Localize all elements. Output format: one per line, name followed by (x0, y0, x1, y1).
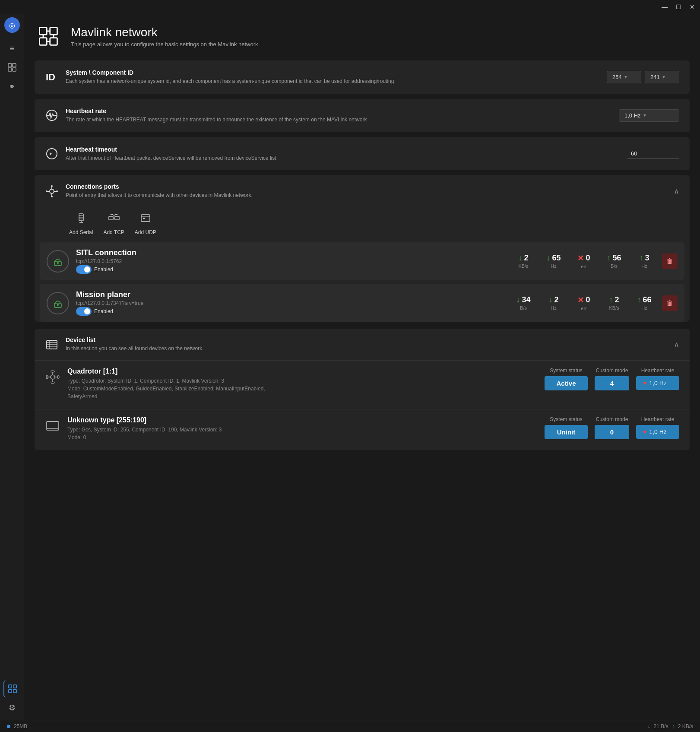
svg-rect-7 (13, 690, 16, 693)
unknown-device-info: Unknown type [255:190] Type: Gcs, System… (67, 416, 538, 441)
arrow-down-icon: ↓ (518, 254, 522, 263)
svg-rect-0 (8, 63, 12, 67)
quadrotor-system-status-label: System status (550, 368, 582, 374)
sitl-stat-2: ✕ 0 err (573, 254, 595, 269)
mp-stat-1-unit: Hz (551, 305, 556, 311)
mission-planer-url: tcp://127.0.0.1:7347?srv=true (76, 300, 506, 306)
sitl-stat-2-unit: err (581, 264, 586, 269)
system-id-icon: ID (45, 70, 59, 84)
sitl-stat-1: ↓ 65 Hz (543, 254, 564, 269)
system-component-control: 254 ▾ 241 ▾ (607, 71, 679, 83)
svg-rect-5 (13, 685, 16, 688)
connections-header-left: Connections ports Point of entry that al… (45, 183, 253, 199)
svg-rect-37 (141, 215, 150, 222)
heartbeat-rate-row: Heartbeat rate The rate at which the HEA… (45, 108, 679, 124)
connections-card: Connections ports Point of entry that al… (35, 175, 690, 322)
mission-planer-icon (47, 292, 69, 314)
connections-title: Connections ports (66, 183, 253, 190)
add-tcp-button[interactable]: Add TCP (103, 212, 124, 235)
sitl-stat-0-unit: KB/s (518, 263, 528, 269)
system-component-title: System \ Component ID (66, 69, 600, 76)
svg-rect-34 (109, 216, 113, 220)
svg-rect-35 (115, 216, 119, 220)
sidebar-item-settings[interactable]: ⚙ (3, 699, 21, 716)
svg-rect-3 (13, 68, 16, 71)
mp-stat-4-unit: Hz (641, 305, 647, 311)
quadrotor-name: Quadrotor [1:1] (67, 368, 538, 375)
unknown-device-item: Unknown type [255:190] Type: Gcs, System… (35, 409, 690, 450)
add-udp-button[interactable]: Add UDP (135, 212, 156, 235)
svg-point-27 (56, 190, 58, 192)
unknown-device-name: Unknown type [255:190] (67, 416, 538, 424)
status-bar: 25MB ↓ 21 B/s ↑ 2 KB/s (0, 720, 700, 732)
heart-icon: ♥ (643, 428, 646, 435)
heartbeat-timeout-input[interactable] (627, 149, 679, 159)
connections-collapse-icon[interactable]: ∧ (674, 187, 679, 196)
sitl-stat-0-val: ↓ 2 (518, 254, 528, 263)
svg-rect-10 (40, 38, 47, 45)
svg-point-25 (51, 196, 53, 197)
sidebar-item-menu[interactable]: ≡ (3, 40, 21, 57)
sitl-stat-2-val: ✕ 0 (577, 254, 590, 263)
close-button[interactable]: ✕ (688, 3, 697, 11)
page-title: Mavlink network (71, 25, 258, 39)
sidebar-bottom: ⚙ (3, 680, 21, 716)
unknown-heartbeat-badge: ♥ 1,0 Hz (636, 425, 679, 439)
sitl-stat-0: ↓ 2 KB/s (513, 254, 534, 269)
sitl-stats: ↓ 2 KB/s ↓ 65 Hz ✕ (513, 254, 655, 269)
status-bar-left: 25MB (7, 723, 27, 729)
system-component-card: ID System \ Component ID Each system has… (35, 60, 690, 94)
unknown-heartbeat-label: Heartbeat rate (641, 416, 675, 422)
sidebar-item-users[interactable]: ⚭ (3, 78, 21, 95)
sitl-enabled-label: Enabled (94, 266, 113, 273)
device-list-collapse-icon[interactable]: ∧ (674, 340, 679, 349)
sidebar-item-network[interactable] (3, 680, 21, 697)
svg-rect-58 (47, 421, 59, 430)
app-layout: ◎ ≡ ⚭ ⚙ (0, 14, 700, 720)
heartbeat-rate-icon (45, 108, 59, 122)
svg-rect-1 (13, 63, 16, 67)
heart-icon: ♥ (643, 380, 646, 387)
component-id-dropdown[interactable]: 241 ▾ (645, 71, 679, 83)
mp-stat-0: ↓ 34 B/s (513, 295, 534, 311)
svg-point-56 (46, 375, 48, 379)
heartbeat-rate-title: Heartbeat rate (66, 108, 612, 114)
add-udp-icon (139, 212, 152, 227)
sitl-delete-button[interactable]: 🗑 (662, 254, 678, 269)
svg-point-24 (51, 185, 53, 187)
sitl-toggle[interactable] (76, 265, 92, 274)
add-tcp-label: Add TCP (103, 229, 124, 235)
mission-planer-toggle[interactable] (76, 307, 92, 316)
sitl-stat-1-unit: Hz (551, 263, 556, 269)
mission-planer-delete-button[interactable]: 🗑 (662, 295, 678, 311)
unknown-heartbeat: Heartbeat rate ♥ 1,0 Hz (636, 416, 679, 439)
heartbeat-rate-dropdown[interactable]: 1,0 Hz ▾ (619, 109, 679, 122)
sitl-stat-4: ↑ 3 Hz (633, 254, 655, 269)
sitl-connection-item: SITL connection tcp://127.0.0.1:5762 Ena… (40, 242, 684, 280)
add-tcp-icon (108, 212, 120, 227)
unknown-custom-mode-badge: 0 (595, 425, 629, 439)
mission-planer-enabled: Enabled (76, 307, 506, 316)
unknown-device-meta: Type: Gcs, System ID: 255, Component ID:… (67, 426, 538, 441)
svg-rect-6 (8, 690, 11, 693)
arrow-down-icon: ↓ (516, 295, 520, 304)
heartbeat-rate-desc: The rate at which the HEARTBEAT message … (66, 116, 612, 124)
mp-stat-2-val: ✕ 0 (577, 295, 590, 305)
connections-info: Connections ports Point of entry that al… (66, 183, 253, 199)
svg-point-41 (57, 262, 59, 264)
page-subtitle: This page allows you to configure the ba… (71, 41, 258, 48)
device-list-desc: In this section you can see all found de… (66, 345, 202, 352)
device-list-card: Device list In this section you can see … (35, 329, 690, 450)
minimize-button[interactable]: — (660, 3, 669, 11)
page-header-icon (35, 22, 62, 50)
svg-point-43 (57, 304, 59, 306)
system-id-dropdown[interactable]: 254 ▾ (607, 71, 641, 83)
add-serial-button[interactable]: Add Serial (69, 212, 93, 235)
chevron-down-icon: ▾ (643, 112, 646, 118)
error-icon: ✕ (577, 254, 584, 263)
sidebar-item-nodes[interactable] (3, 59, 21, 76)
quadrotor-icon (45, 369, 60, 387)
maximize-button[interactable]: ☐ (674, 3, 683, 11)
svg-point-54 (51, 371, 54, 372)
sitl-connection-url: tcp://127.0.0.1:5762 (76, 258, 506, 264)
